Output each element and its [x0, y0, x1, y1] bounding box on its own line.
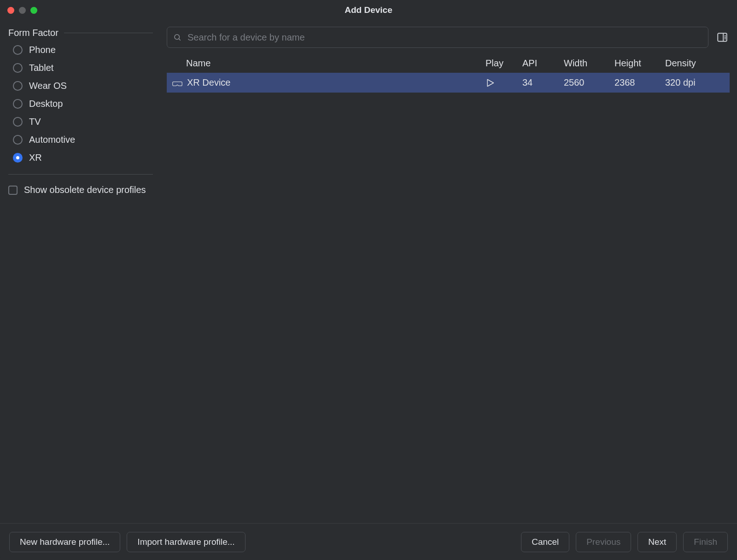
device-table: Name Play API Width Height Density: [161, 53, 730, 523]
new-hardware-profile-button[interactable]: New hardware profile...: [9, 532, 120, 552]
xr-device-icon: [172, 79, 182, 87]
cancel-button[interactable]: Cancel: [521, 532, 569, 552]
radio-icon: [13, 153, 23, 163]
cell-width: 2560: [564, 77, 614, 88]
form-factor-label: Form Factor: [8, 28, 58, 38]
play-store-icon: [485, 78, 495, 88]
maximize-icon[interactable]: [30, 7, 37, 14]
col-header-density[interactable]: Density: [665, 58, 730, 69]
cell-density: 320 dpi: [665, 77, 730, 88]
form-factor-option-automotive[interactable]: Automotive: [13, 134, 153, 145]
import-hardware-profile-button[interactable]: Import hardware profile...: [127, 532, 245, 552]
footer-right: Cancel Previous Next Finish: [521, 532, 728, 552]
col-header-play[interactable]: Play: [485, 58, 522, 69]
form-factor-option-xr[interactable]: XR: [13, 152, 153, 163]
footer-left: New hardware profile... Import hardware …: [9, 532, 246, 552]
form-factor-option-wear-os[interactable]: Wear OS: [13, 81, 153, 91]
col-header-height[interactable]: Height: [614, 58, 665, 69]
dialog-window: Add Device Form Factor Phone Tablet Wear: [0, 0, 737, 560]
col-header-name[interactable]: Name: [167, 58, 485, 69]
search-field-wrap: [167, 27, 708, 48]
divider: [8, 174, 153, 175]
form-factor-option-tv[interactable]: TV: [13, 117, 153, 127]
option-label: Wear OS: [29, 81, 67, 91]
sidebar: Form Factor Phone Tablet Wear OS: [0, 20, 161, 523]
minimize-icon[interactable]: [19, 7, 26, 14]
form-factor-heading: Form Factor: [8, 28, 153, 38]
checkbox-icon: [8, 186, 18, 195]
radio-icon: [13, 81, 23, 91]
table-row[interactable]: XR Device 34 2560 2368 320 dpi: [167, 73, 730, 93]
previous-button[interactable]: Previous: [576, 532, 631, 552]
device-name: XR Device: [187, 77, 230, 88]
form-factor-option-desktop[interactable]: Desktop: [13, 99, 153, 109]
form-factor-option-phone[interactable]: Phone: [13, 45, 153, 55]
main-panel: Name Play API Width Height Density: [161, 20, 737, 523]
search-row: [161, 27, 730, 48]
show-obsolete-checkbox[interactable]: Show obsolete device profiles: [8, 184, 153, 196]
radio-icon: [13, 135, 23, 145]
window-controls: [7, 7, 37, 14]
cell-api: 34: [522, 77, 564, 88]
toggle-details-icon[interactable]: [715, 30, 730, 45]
option-label: Automotive: [29, 134, 75, 145]
radio-icon: [13, 45, 23, 55]
option-label: Desktop: [29, 99, 63, 109]
search-input[interactable]: [167, 27, 708, 48]
svg-marker-7: [487, 79, 493, 86]
dialog-body: Form Factor Phone Tablet Wear OS: [0, 20, 737, 523]
radio-icon: [13, 99, 23, 109]
search-icon: [173, 33, 181, 41]
svg-line-1: [179, 39, 180, 40]
divider: [64, 33, 153, 33]
form-factor-radio-group: Phone Tablet Wear OS Desktop TV: [8, 45, 153, 163]
option-label: XR: [29, 152, 42, 163]
option-label: TV: [29, 117, 41, 127]
next-button[interactable]: Next: [638, 532, 677, 552]
close-icon[interactable]: [7, 7, 14, 14]
table-header: Name Play API Width Height Density: [167, 53, 730, 73]
form-factor-option-tablet[interactable]: Tablet: [13, 63, 153, 73]
option-label: Phone: [29, 45, 56, 55]
checkbox-label: Show obsolete device profiles: [24, 184, 146, 196]
col-header-api[interactable]: API: [522, 58, 564, 69]
radio-icon: [13, 117, 23, 127]
radio-icon: [13, 63, 23, 73]
titlebar: Add Device: [0, 0, 737, 20]
cell-height: 2368: [614, 77, 665, 88]
window-title: Add Device: [0, 5, 737, 15]
option-label: Tablet: [29, 63, 53, 73]
dialog-footer: New hardware profile... Import hardware …: [0, 523, 737, 560]
finish-button[interactable]: Finish: [683, 532, 728, 552]
svg-point-0: [175, 35, 180, 40]
col-header-width[interactable]: Width: [564, 58, 614, 69]
